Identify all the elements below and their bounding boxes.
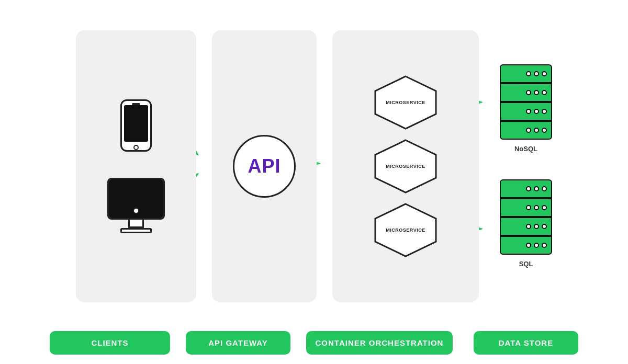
- nosql-row-4: [500, 121, 552, 140]
- data-store-label-btn: DATA STORE: [474, 331, 578, 355]
- dot: [542, 205, 547, 210]
- dot: [526, 243, 531, 248]
- dot: [526, 205, 531, 210]
- dot: [542, 186, 547, 191]
- dot: [534, 90, 539, 95]
- columns-area: API MICROSERVICE MICROSERVICE: [10, 9, 618, 323]
- clients-panel: [76, 30, 196, 302]
- dot: [534, 205, 539, 210]
- api-gateway-label-btn: API GATEWAY: [186, 331, 290, 355]
- orchestration-label-btn: CONTAINER ORCHESTRATION: [306, 331, 453, 355]
- nosql-row-1: [500, 64, 552, 83]
- diagram-wrapper: API MICROSERVICE MICROSERVICE: [10, 9, 618, 355]
- dot: [534, 243, 539, 248]
- dot: [526, 224, 531, 229]
- dot: [526, 71, 531, 76]
- desktop-button: [133, 208, 139, 214]
- dot: [534, 186, 539, 191]
- dot: [526, 186, 531, 191]
- dot: [534, 224, 539, 229]
- dot: [534, 71, 539, 76]
- dot: [526, 128, 531, 133]
- dot: [534, 128, 539, 133]
- mobile-icon: [120, 99, 152, 152]
- desktop-stand: [128, 220, 144, 228]
- orchestration-panel: MICROSERVICE MICROSERVICE MICROSERVICE: [332, 30, 479, 302]
- data-store-label-text: DATA STORE: [499, 338, 553, 347]
- nosql-db-group: NoSQL: [500, 64, 552, 153]
- sql-db-stack: [500, 179, 552, 255]
- nosql-db-stack: [500, 64, 552, 140]
- microservice-bottom: MICROSERVICE: [374, 203, 437, 257]
- microservice-middle: MICROSERVICE: [374, 139, 437, 194]
- dot: [526, 90, 531, 95]
- dot: [542, 109, 547, 114]
- sql-label: SQL: [519, 260, 533, 268]
- desktop-icon: [107, 178, 165, 233]
- sql-row-3: [500, 217, 552, 236]
- api-gateway-label-text: API GATEWAY: [208, 338, 268, 347]
- dot: [542, 243, 547, 248]
- orchestration-label-text: CONTAINER ORCHESTRATION: [316, 338, 444, 347]
- nosql-row-3: [500, 102, 552, 121]
- desktop-base: [120, 228, 152, 233]
- microservice-top: MICROSERVICE: [374, 75, 437, 130]
- nosql-row-2: [500, 83, 552, 102]
- api-circle: API: [233, 135, 296, 198]
- dot: [542, 71, 547, 76]
- dot: [542, 128, 547, 133]
- sql-row-4: [500, 236, 552, 255]
- nosql-label: NoSQL: [514, 145, 537, 153]
- microservice-top-label: MICROSERVICE: [386, 100, 425, 105]
- api-label: API: [248, 155, 281, 177]
- microservice-bottom-label: MICROSERVICE: [386, 228, 425, 233]
- dot: [526, 109, 531, 114]
- microservice-middle-label: MICROSERVICE: [386, 164, 425, 169]
- data-stores-column: NoSQL: [500, 30, 552, 302]
- microservices-container: MICROSERVICE MICROSERVICE MICROSERVICE: [374, 75, 437, 257]
- clients-label-text: CLIENTS: [91, 338, 128, 347]
- mobile-home-button: [133, 145, 139, 150]
- sql-db-group: SQL: [500, 179, 552, 268]
- mobile-speaker: [132, 103, 140, 105]
- clients-label-btn: CLIENTS: [50, 331, 170, 355]
- sql-row-1: [500, 179, 552, 198]
- labels-area: CLIENTS API GATEWAY CONTAINER ORCHESTRAT…: [10, 331, 618, 355]
- mobile-device-group: [120, 99, 152, 152]
- dot: [534, 109, 539, 114]
- dot: [542, 90, 547, 95]
- desktop-monitor: [107, 178, 165, 220]
- dot: [542, 224, 547, 229]
- mobile-screen: [124, 105, 148, 142]
- sql-row-2: [500, 198, 552, 217]
- api-gateway-panel: API: [212, 30, 317, 302]
